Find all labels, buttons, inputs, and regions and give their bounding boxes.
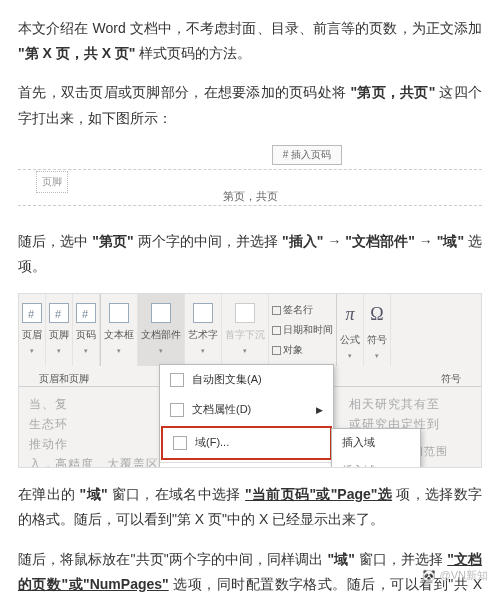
figure-header-footer: # 插入页码 页脚 第页，共页 bbox=[18, 145, 482, 215]
ribbon-textbox-button[interactable]: 文本框▾ bbox=[101, 294, 138, 366]
label: 公式 bbox=[340, 331, 360, 349]
bold-text: "第 X 页，共 X 页" bbox=[18, 45, 136, 61]
label: 文档部件 bbox=[141, 326, 181, 344]
arrow-icon: → bbox=[419, 233, 433, 249]
bold-text: "域" bbox=[327, 551, 354, 567]
chevron-down-icon: ▾ bbox=[201, 345, 205, 358]
ribbon-wordart-button[interactable]: 艺术字▾ bbox=[185, 294, 222, 366]
ribbon-right-group: 签名行 日期和时间 对象 bbox=[269, 294, 336, 366]
datetime-icon bbox=[272, 326, 281, 335]
label: 艺术字 bbox=[188, 326, 218, 344]
ribbon-pagenum-button[interactable]: 页码▾ bbox=[73, 294, 100, 366]
datetime-button[interactable]: 日期和时间 bbox=[272, 321, 333, 339]
bg-text: 推动作 bbox=[29, 434, 68, 456]
label: 符号 bbox=[367, 331, 387, 349]
ribbon-quickparts-button[interactable]: 文档部件▾ bbox=[138, 294, 185, 366]
text: 本文介绍在 Word 文档中，不考虑封面、目录、前言等的页数，为正文添加 bbox=[18, 20, 482, 36]
chevron-down-icon: ▾ bbox=[117, 345, 121, 358]
object-button[interactable]: 对象 bbox=[272, 341, 333, 359]
bold-text: "第页，共页" bbox=[350, 84, 435, 100]
chevron-down-icon: ▾ bbox=[243, 345, 247, 358]
label: 对象 bbox=[283, 341, 303, 359]
label: 自动图文集(A) bbox=[192, 370, 262, 390]
wordart-icon bbox=[193, 303, 213, 323]
ribbon-header-button[interactable]: 页眉▾ bbox=[19, 294, 46, 366]
header-icon bbox=[22, 303, 42, 323]
label: 文本框 bbox=[104, 326, 134, 344]
footer-icon bbox=[49, 303, 69, 323]
text: 两个字的中间，并选择 bbox=[138, 233, 279, 249]
footer-text: 第页，共页 bbox=[18, 187, 482, 207]
text: 样式页码的方法。 bbox=[139, 45, 251, 61]
text: 随后，将鼠标放在"共页"两个字的中间，同样调出 bbox=[18, 551, 324, 567]
bold-text: "域" bbox=[437, 233, 464, 249]
text: 窗口，并选择 bbox=[359, 551, 443, 567]
dropdown-menu: 自动图文集(A) 文档属性(D)▶ 域(F)... 构建基块 将所选内 bbox=[159, 364, 334, 468]
chevron-down-icon: ▾ bbox=[348, 350, 352, 363]
paragraph-5: 随后，将鼠标放在"共页"两个字的中间，同样调出 "域" 窗口，并选择 "文档的页… bbox=[18, 547, 482, 593]
text: 窗口，在域名中选择 bbox=[112, 486, 241, 502]
submenu-insertfield2: 插入域 bbox=[332, 457, 420, 468]
quickparts-icon bbox=[151, 303, 171, 323]
text: 在弹出的 bbox=[18, 486, 75, 502]
ribbon-formula-button[interactable]: π公式▾ bbox=[337, 294, 364, 366]
chevron-down-icon: ▾ bbox=[375, 350, 379, 363]
bg-text: 当、复 bbox=[29, 394, 68, 416]
pi-icon: π bbox=[345, 298, 354, 330]
ribbon-dropcap-button[interactable]: 首字下沉▾ bbox=[222, 294, 269, 366]
ribbon-buttons: 页眉▾ 页脚▾ 页码▾ 文本框▾ 文档部件▾ 艺术字▾ 首字下沉▾ 签名行 日期… bbox=[19, 294, 481, 366]
label: 域(F)... bbox=[195, 433, 229, 453]
chevron-down-icon: ▾ bbox=[57, 345, 61, 358]
object-icon bbox=[272, 346, 281, 355]
watermark: 🐼 @VN新知 bbox=[422, 566, 488, 586]
label: 页码 bbox=[76, 326, 96, 344]
chevron-down-icon: ▾ bbox=[84, 345, 88, 358]
field-icon bbox=[173, 436, 187, 450]
dropcap-icon bbox=[235, 303, 255, 323]
bold-text: "第页" bbox=[92, 233, 133, 249]
signature-line-button[interactable]: 签名行 bbox=[272, 301, 333, 319]
label: 页眉 bbox=[22, 326, 42, 344]
docproperty-icon bbox=[170, 403, 184, 417]
signature-icon bbox=[272, 306, 281, 315]
pagenum-icon bbox=[76, 303, 96, 323]
arrow-icon: → bbox=[327, 233, 341, 249]
label: 页脚 bbox=[49, 326, 69, 344]
divider bbox=[18, 205, 482, 206]
paragraph-3: 随后，选中 "第页" 两个字的中间，并选择 "插入" → "文档部件" → "域… bbox=[18, 229, 482, 279]
insert-page-number-button[interactable]: # 插入页码 bbox=[272, 145, 342, 165]
bold-text: "当前页码"或"Page"选 bbox=[245, 486, 392, 502]
tooltip-submenu: 插入域 插入域 bbox=[331, 428, 421, 468]
textbox-icon bbox=[109, 303, 129, 323]
omega-icon: Ω bbox=[370, 298, 383, 330]
chevron-down-icon: ▾ bbox=[159, 345, 163, 358]
bold-text: "插入" bbox=[282, 233, 323, 249]
label: 日期和时间 bbox=[283, 321, 333, 339]
divider bbox=[18, 169, 482, 170]
bg-text: 相天研究其有至 bbox=[349, 394, 440, 416]
chevron-down-icon: ▾ bbox=[30, 345, 34, 358]
separator bbox=[160, 462, 333, 463]
autotext-icon bbox=[170, 373, 184, 387]
label: 插入域 bbox=[342, 433, 375, 453]
label: 首字下沉 bbox=[225, 326, 265, 344]
label: 签名行 bbox=[283, 301, 313, 319]
submenu-insertfield1: 插入域 bbox=[332, 429, 420, 457]
menu-docproperty[interactable]: 文档属性(D)▶ bbox=[160, 395, 333, 425]
menu-field[interactable]: 域(F)... bbox=[161, 426, 332, 460]
text: 随后，选中 bbox=[18, 233, 88, 249]
bg-text: 生态环 bbox=[29, 414, 68, 436]
text: 首先，双击页眉或页脚部分，在想要添加的页码处将 bbox=[18, 84, 346, 100]
ribbon-symbol-button[interactable]: Ω符号▾ bbox=[364, 294, 391, 366]
bold-text: "文档部件" bbox=[345, 233, 415, 249]
menu-autotext[interactable]: 自动图文集(A) bbox=[160, 365, 333, 395]
ribbon-footer-button[interactable]: 页脚▾ bbox=[46, 294, 73, 366]
paragraph-4: 在弹出的 "域" 窗口，在域名中选择 "当前页码"或"Page"选 项，选择数字… bbox=[18, 482, 482, 532]
label: 文档属性(D) bbox=[192, 400, 251, 420]
menu-buildingblocks[interactable]: 构建基块 bbox=[160, 465, 333, 469]
ribbon-screenshot: 页眉▾ 页脚▾ 页码▾ 文本框▾ 文档部件▾ 艺术字▾ 首字下沉▾ 签名行 日期… bbox=[18, 293, 482, 468]
label: 插入域 bbox=[342, 461, 375, 468]
chevron-right-icon: ▶ bbox=[316, 402, 323, 418]
bold-text: "域" bbox=[80, 486, 108, 502]
paragraph-2: 首先，双击页眉或页脚部分，在想要添加的页码处将 "第页，共页" 这四个字打出来，… bbox=[18, 80, 482, 130]
